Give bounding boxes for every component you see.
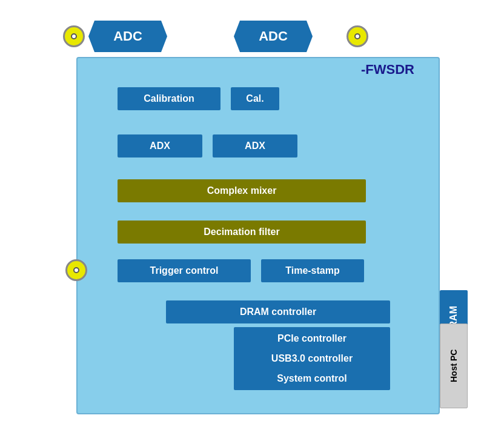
- adx2-label: ADX: [245, 141, 265, 151]
- adc1-label: ADC: [113, 28, 142, 44]
- calibration-label: Calibration: [144, 93, 194, 104]
- system-control-label: System control: [277, 373, 347, 384]
- fpga-label: -FWSDR: [361, 62, 414, 78]
- complex-mixer-label: Complex mixer: [207, 185, 277, 196]
- system-control-block: System control: [234, 367, 390, 390]
- trigger-control-block: Trigger control: [118, 259, 251, 282]
- connector-adc1-left: [63, 25, 85, 47]
- fpga-label-text: -FWSDR: [361, 62, 414, 77]
- host-pc-block: Host PC: [440, 323, 468, 408]
- adx1-label: ADX: [150, 141, 170, 151]
- host-pc-label: Host PC: [449, 350, 459, 382]
- time-stamp-label: Time-stamp: [285, 265, 340, 276]
- adx2-block: ADX: [213, 134, 297, 158]
- cal-label: Cal.: [246, 93, 264, 104]
- connector-inner: [71, 33, 77, 39]
- adx1-block: ADX: [118, 134, 202, 158]
- time-stamp-block: Time-stamp: [261, 259, 364, 282]
- adc2-block: ADC: [234, 21, 313, 52]
- pcie-controller-label: PCIe controller: [277, 333, 346, 344]
- dram-controller-block: DRAM controller: [166, 300, 390, 323]
- connector-trigger-out: [65, 259, 87, 281]
- adc2-label: ADC: [259, 28, 288, 44]
- decimation-filter-block: Decimation filter: [118, 220, 366, 244]
- calibration-block: Calibration: [118, 87, 220, 110]
- diagram-container: ADC ADC -FWSDR Calibration Cal. ADX ADX …: [16, 8, 488, 433]
- dram-controller-label: DRAM controller: [240, 307, 316, 317]
- connector-inner: [354, 33, 360, 39]
- adc1-block: ADC: [88, 21, 167, 52]
- trigger-control-label: Trigger control: [150, 265, 219, 276]
- usb-controller-label: USB3.0 controller: [271, 353, 353, 364]
- decimation-filter-label: Decimation filter: [204, 227, 279, 237]
- complex-mixer-block: Complex mixer: [118, 179, 366, 202]
- cal-block: Cal.: [231, 87, 279, 110]
- connector-adc2-right: [346, 25, 368, 47]
- connector-inner: [73, 267, 79, 273]
